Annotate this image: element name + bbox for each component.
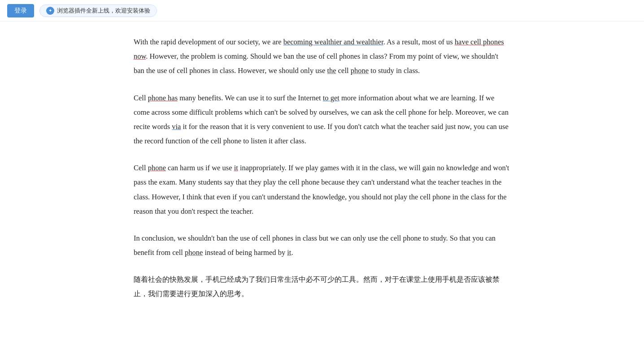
plugin-icon: ✦ — [46, 7, 54, 15]
plugin-text: 浏览器插件全新上线，欢迎安装体验 — [57, 7, 150, 15]
paragraph-3: Cell phone can harm us if we use it inap… — [134, 161, 510, 219]
p2-text-1: Cell — [134, 94, 148, 102]
paragraph-2: Cell phone has many benefits. We can use… — [134, 91, 510, 149]
paragraph-1: With the rapid development of our societ… — [134, 35, 510, 78]
p1-text-5: to study in class. — [369, 66, 420, 75]
p1-text-1: With the rapid development of our societ… — [134, 38, 283, 46]
paragraph-5-chinese: 随着社会的快熟发展，手机已经成为了我们日常生活中必不可少的工具。然而，对于在课堂… — [134, 272, 510, 301]
p3-highlight-1: phone — [148, 164, 166, 172]
p3-highlight-2: it — [234, 164, 238, 172]
p4-highlight-1: phone — [185, 248, 203, 257]
p1-text-2: . As a result, most of us — [383, 38, 455, 46]
p2-text-2: many benefits. We can use it to surf the… — [178, 94, 323, 102]
p2-text-4: it for the reason that it is very conven… — [134, 122, 509, 145]
p2-highlight-2: to get — [323, 94, 339, 102]
p3-text-2: can harm us if we use — [166, 164, 234, 172]
plugin-banner[interactable]: ✦ 浏览器插件全新上线，欢迎安装体验 — [39, 4, 157, 17]
p4-text-3: . — [291, 248, 293, 257]
paragraph-4: In conclusion, we shouldn't ban the use … — [134, 231, 510, 260]
p1-highlight-4: phone — [351, 66, 369, 75]
p1-highlight-1: becoming wealthier and wealthier — [283, 38, 383, 46]
p3-text-1: Cell — [134, 164, 148, 172]
p1-highlight-3: the — [327, 66, 336, 75]
top-bar: 登录 ✦ 浏览器插件全新上线，欢迎安装体验 — [0, 0, 644, 22]
p1-text-4: cell — [336, 66, 351, 75]
content-area: With the rapid development of our societ… — [116, 22, 528, 332]
p2-highlight-1: phone has — [148, 94, 178, 102]
p2-highlight-3: via — [172, 122, 181, 131]
login-button[interactable]: 登录 — [7, 4, 34, 17]
p1-text-3: . However, the problem is coming. Should… — [134, 52, 498, 75]
p4-text-2: instead of being harmed by — [203, 248, 287, 257]
